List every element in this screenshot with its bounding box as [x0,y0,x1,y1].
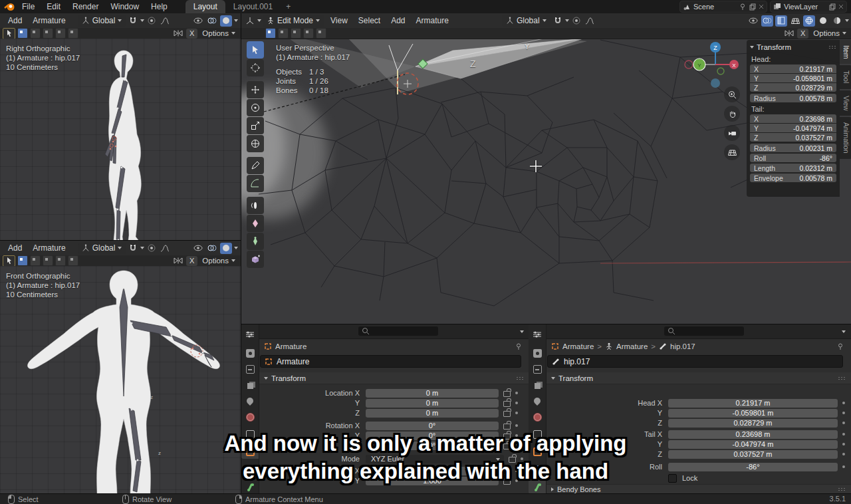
properties-tab-scene[interactable] [529,394,546,408]
object-name-field[interactable]: Armature [260,355,521,368]
field-roll[interactable]: Roll-86° [750,154,836,162]
options-dropdown[interactable]: Options [810,29,849,37]
menu-view[interactable]: View [325,16,353,25]
render-preview-icon[interactable] [789,15,801,27]
pin-icon[interactable] [739,3,747,11]
select-mode-5[interactable] [68,28,78,39]
tool-extrude-to-cursor[interactable] [247,251,264,268]
field-envelope[interactable]: Envelope0.00578 m [750,174,836,182]
menu-edit[interactable]: Edit [41,2,66,11]
transform-panel-header[interactable]: Transform [546,372,851,384]
properties-tab-output[interactable] [241,362,259,376]
property-field[interactable]: -0.059801 m [668,409,838,418]
animate-dot-icon[interactable] [842,422,845,424]
panel-grip[interactable] [516,376,524,380]
menu-armature[interactable]: Armature [411,16,454,25]
active-tool-icon[interactable] [3,255,15,267]
select-mode-3[interactable] [43,255,53,266]
falloff-icon[interactable] [584,15,596,27]
tool-extrude[interactable] [247,233,264,250]
field-radius[interactable]: Radius0.00578 m [750,94,836,102]
x-mirror-icon[interactable] [783,28,795,39]
select-mode-5[interactable] [316,28,326,39]
viewlayer-selector[interactable]: ViewLayer [770,1,847,13]
lock-icon[interactable] [503,424,511,430]
lock-icon[interactable] [503,411,511,417]
add-workspace-button[interactable]: + [281,2,296,11]
editor-type-selector[interactable] [241,327,259,342]
properties-tab-world[interactable] [529,410,546,424]
select-mode-2[interactable] [30,28,41,39]
shading-dropdown[interactable] [220,15,232,27]
select-mode-3[interactable] [291,28,301,39]
field-length[interactable]: Length0.02312 m [750,164,836,172]
animate-dot-icon[interactable] [515,412,518,414]
x-axis-mirror-button[interactable]: X [186,29,197,39]
proportional-edit-toggle[interactable] [146,243,158,254]
select-mode-4[interactable] [55,28,66,39]
select-mode-4[interactable] [303,28,314,39]
tool-cursor[interactable] [247,59,264,76]
tool-scale[interactable] [247,117,264,134]
sidebar-tab-tool[interactable]: Tool [840,65,851,88]
animate-dot-icon[interactable] [515,392,518,394]
menu-armature[interactable]: Armature [27,16,70,25]
select-mode-4[interactable] [55,255,66,266]
property-field[interactable]: 0 m [366,399,499,408]
field-x[interactable]: X0.23698 m [750,114,836,123]
camera-view-button[interactable] [724,125,740,141]
menu-file[interactable]: File [16,2,41,11]
menu-add[interactable]: Add [3,16,27,25]
field-z[interactable]: Z0.028729 m [750,83,836,92]
animate-dot-icon[interactable] [842,402,845,404]
overlays-dropdown[interactable] [206,243,218,254]
sidebar-tab-view[interactable]: View [840,90,851,116]
property-field[interactable]: 0.028729 m [668,419,838,428]
field-radius[interactable]: Radius0.00231 m [750,144,836,152]
transform-panel-header[interactable]: Transform [259,372,529,384]
transform-orientation-dropdown[interactable]: Global [78,15,126,27]
shading-wireframe-button[interactable] [803,15,815,27]
breadcrumb-item[interactable]: Armature [275,342,306,350]
editor-type-icon[interactable] [244,15,256,27]
viewport-canvas[interactable]: Right Orthographic (1) Armature : hip.01… [0,39,241,240]
tool-transform[interactable] [247,135,264,152]
snap-toggle[interactable] [127,243,139,254]
panel-grip[interactable] [838,376,846,380]
select-mode-3[interactable] [43,28,53,39]
menu-armature[interactable]: Armature [27,243,70,253]
options-dropdown[interactable]: Options [199,257,238,265]
pan-hand-button[interactable] [724,106,740,122]
breadcrumb-item[interactable]: Armature [616,342,648,350]
close-icon[interactable] [759,4,764,9]
field-x[interactable]: X0.21917 m [750,64,836,73]
snap-toggle[interactable] [127,15,139,27]
properties-tab-world[interactable] [241,410,259,424]
active-tool-icon[interactable] [3,28,15,39]
visibility-dropdown[interactable] [747,15,759,27]
select-mode-1[interactable] [17,28,28,39]
x-axis-mirror-button[interactable]: X [797,29,808,39]
properties-tab-view-layer[interactable] [241,378,259,392]
lock-icon[interactable] [503,391,511,397]
sidebar-tab-animation[interactable]: Animation [840,117,851,159]
close-icon[interactable] [838,4,844,9]
falloff-icon[interactable] [159,15,171,27]
pin-icon[interactable] [836,342,844,350]
x-axis-mirror-button[interactable]: X [186,256,197,266]
tool-move[interactable] [247,81,264,98]
tool-roll[interactable] [247,197,264,214]
perspective-toggle-button[interactable] [724,144,740,160]
transform-panel-header[interactable]: Transform [750,42,836,53]
bone-name-field[interactable]: hip.017 [547,355,843,368]
property-field[interactable]: 0.21917 m [668,399,838,408]
panel-grip[interactable] [828,45,836,49]
menu-add[interactable]: Add [386,16,410,25]
overlays-dropdown[interactable] [761,15,773,27]
mode-dropdown[interactable]: Edit Mode [263,15,324,27]
breadcrumb-item[interactable]: hip.017 [670,342,695,350]
menu-add[interactable]: Add [3,243,27,253]
new-scene-icon[interactable] [749,3,756,11]
select-mode-1[interactable] [265,28,276,39]
viewport-main[interactable]: Edit Mode ViewSelectAddArmature Global [241,13,851,324]
